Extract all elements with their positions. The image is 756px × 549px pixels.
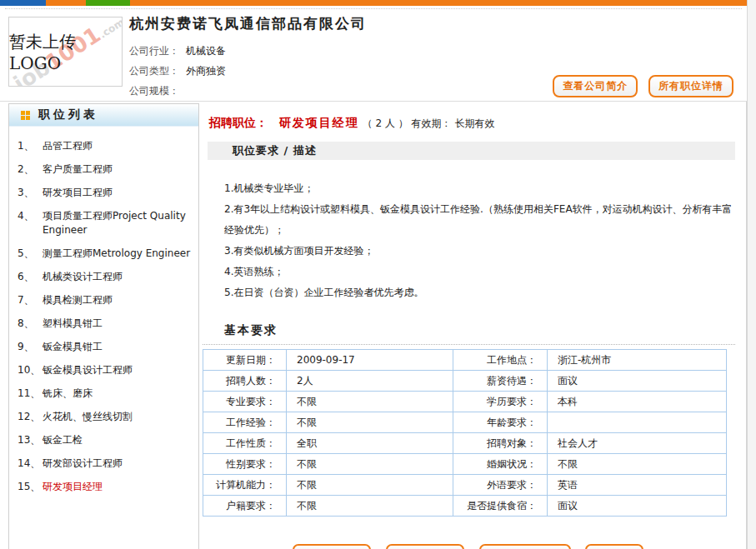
field-label: 工作性质： (203, 433, 287, 454)
action-buttons-row: 立刻申请 收藏职位 推荐给好友 打 印 (201, 544, 735, 549)
validity-value: 长期有效 (454, 117, 494, 129)
field-value: 浙江-杭州市 (548, 350, 727, 371)
field-value: 全职 (287, 433, 453, 454)
desc-line: 1.机械类专业毕业； (224, 178, 735, 199)
job-detail-main: 招聘职位： 研发项目经理 （ 2 人 ） 有效期： 长期有效 职位要求 / 描述… (199, 102, 746, 549)
desc-line: 2.有3年以上结构设计或塑料模具、钣金模具设计工作经验.（熟练使用相关FEA软件… (224, 199, 735, 241)
field-label: 外语要求： (453, 475, 548, 496)
field-label: 专业要求： (203, 392, 287, 412)
field-label: 更新日期： (203, 350, 287, 371)
grid-icon (21, 111, 30, 120)
sidebar-item-job-14[interactable]: 14、研发部设计工程师 (18, 457, 193, 471)
field-value: 不限 (287, 412, 453, 433)
table-row: 计算机能力： 不限 外语要求： 英语 (203, 475, 727, 496)
logo-placeholder-text: 暂未上传LOGO (9, 17, 122, 86)
job-title-row: 招聘职位： 研发项目经理 （ 2 人 ） 有效期： 长期有效 (201, 102, 735, 142)
field-value (548, 412, 727, 433)
field-value: 不限 (287, 496, 453, 517)
dotted-divider (203, 344, 735, 345)
basic-requirements-table: 更新日期： 2009-09-17 工作地点： 浙江-杭州市 招聘人数： 2人 薪… (203, 349, 727, 517)
sidebar-item-job-3[interactable]: 3、研发项目工程师 (18, 186, 193, 200)
sidebar-item-job-5[interactable]: 5、测量工程师Metrology Engineer (18, 247, 193, 261)
desc-line: 3.有类似机械方面项目开发经验； (224, 241, 735, 262)
field-value: 社会人才 (548, 433, 727, 454)
field-label: 年龄要求： (453, 412, 548, 433)
sidebar-item-job-13[interactable]: 13、钣金工检 (18, 433, 193, 447)
field-value: 不限 (287, 454, 453, 475)
company-header: job1001.com 暂未上传LOGO 杭州安费诺飞凤通信部品有限公司 公司行… (0, 9, 747, 101)
field-label: 公司类型： (129, 65, 179, 77)
field-value: 面议 (548, 496, 727, 517)
sidebar-item-job-7[interactable]: 7、模具检测工程师 (18, 293, 193, 307)
table-row: 更新日期： 2009-09-17 工作地点： 浙江-杭州市 (203, 350, 727, 371)
basic-requirements-header: 基本要求 (224, 323, 735, 338)
field-value: 英语 (548, 475, 727, 496)
content-area: 职位列表 1、品管工程师 2、客户质量工程师 3、研发项目工程师 4、项目质量工… (0, 101, 747, 549)
topbar-segment-orange (46, 0, 86, 6)
sidebar-item-job-4[interactable]: 4、项目质量工程师Project Quality Engineer (18, 209, 193, 237)
field-label: 招聘人数： (203, 371, 287, 392)
field-label: 学历要求： (453, 392, 548, 412)
apply-now-button[interactable]: 立刻申请 (293, 544, 371, 549)
sidebar-item-job-8[interactable]: 8、塑料模具钳工 (18, 317, 193, 331)
field-label: 是否提供食宿： (453, 496, 548, 517)
company-industry-row: 公司行业：机械设备 (129, 41, 747, 61)
sidebar-item-job-12[interactable]: 12、火花机、慢丝线切割 (18, 410, 193, 424)
company-logo-placeholder: job1001.com 暂未上传LOGO (8, 17, 123, 87)
sidebar-item-job-11[interactable]: 11、铣床、磨床 (18, 387, 193, 401)
top-color-bar (0, 0, 747, 6)
field-label: 计算机能力： (203, 475, 287, 496)
field-value: 外商独资 (186, 65, 226, 77)
field-label: 招聘对象： (453, 433, 548, 454)
sidebar-header: 职位列表 (9, 104, 198, 127)
sidebar-item-job-15-active[interactable]: 15、研发项目经理 (18, 480, 193, 494)
sidebar-item-job-6[interactable]: 6、机械类设计工程师 (18, 270, 193, 284)
field-value: 机械设备 (186, 45, 226, 57)
page-right-gutter (747, 0, 756, 549)
field-value: 2人 (287, 371, 453, 392)
job-list: 1、品管工程师 2、客户质量工程师 3、研发项目工程师 4、项目质量工程师Pro… (9, 127, 198, 512)
field-value: 面议 (548, 371, 727, 392)
all-jobs-detail-button[interactable]: 所有职位详情 (648, 75, 733, 97)
sidebar-item-job-2[interactable]: 2、客户质量工程师 (18, 162, 193, 177)
field-value: 不限 (287, 392, 453, 412)
field-label: 工作经验： (203, 412, 287, 433)
header-buttons: 查看公司简介 所有职位详情 (545, 75, 733, 97)
sidebar-item-job-1[interactable]: 1、品管工程师 (18, 139, 193, 153)
sidebar-title: 职位列表 (38, 107, 98, 122)
job-headcount: （ 2 人 ） (363, 117, 408, 129)
field-label: 性别要求： (203, 454, 287, 475)
validity-label: 有效期： (412, 117, 452, 129)
sidebar-item-job-9[interactable]: 9、钣金模具钳工 (18, 340, 193, 354)
topbar-segment-green (86, 0, 130, 6)
desc-line: 5.在日资（台资）企业工作经验者优先考虑。 (224, 282, 735, 303)
field-label: 薪资待遇： (453, 371, 548, 392)
field-label: 户籍要求： (203, 496, 287, 517)
table-row: 专业要求： 不限 学历要求： 本科 (203, 392, 727, 412)
table-row: 招聘人数： 2人 薪资待遇： 面议 (203, 371, 727, 392)
sidebar-item-job-10[interactable]: 10、钣金模具设计工程师 (18, 363, 193, 377)
recommend-to-friend-button[interactable]: 推荐给好友 (479, 544, 571, 549)
job-description-header: 职位要求 / 描述 (208, 142, 735, 160)
table-row: 工作性质： 全职 招聘对象： 社会人才 (203, 433, 727, 454)
field-label: 婚姻状况： (453, 454, 548, 475)
field-value: 不限 (287, 475, 453, 496)
table-row: 户籍要求： 不限 是否提供食宿： 面议 (203, 496, 727, 517)
page: job1001.com 暂未上传LOGO 杭州安费诺飞凤通信部品有限公司 公司行… (0, 0, 747, 549)
job-description: 1.机械类专业毕业； 2.有3年以上结构设计或塑料模具、钣金模具设计工作经验.（… (201, 160, 735, 310)
view-company-profile-button[interactable]: 查看公司简介 (553, 75, 638, 97)
print-button[interactable]: 打 印 (585, 544, 643, 549)
job-list-sidebar: 职位列表 1、品管工程师 2、客户质量工程师 3、研发项目工程师 4、项目质量工… (8, 103, 199, 549)
save-job-button[interactable]: 收藏职位 (386, 544, 464, 549)
table-row: 工作经验： 不限 年龄要求： (203, 412, 727, 433)
table-row: 性别要求： 不限 婚姻状况： 不限 (203, 454, 727, 475)
field-value: 不限 (548, 454, 727, 475)
desc-line: 4.英语熟练； (224, 262, 735, 282)
topbar-segment-blue (0, 0, 46, 6)
company-name: 杭州安费诺飞凤通信部品有限公司 (129, 14, 747, 33)
field-label: 公司行业： (129, 45, 179, 57)
field-label: 工作地点： (453, 350, 548, 371)
field-label: 公司规模： (129, 85, 179, 97)
job-title-label: 招聘职位： (209, 116, 268, 129)
job-title: 研发项目经理 (279, 116, 359, 129)
